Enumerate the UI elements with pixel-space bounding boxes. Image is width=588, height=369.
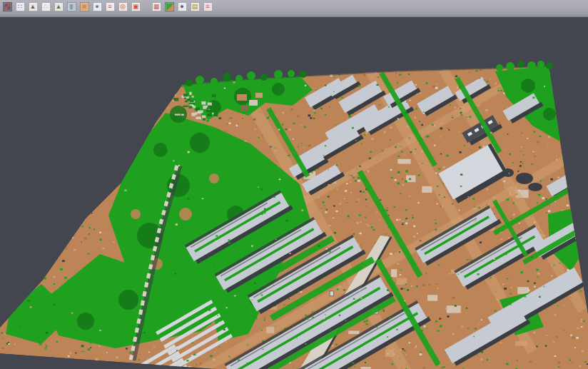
sphere-shading-icon-glyph: ● <box>178 2 187 11</box>
tin-hill-icon-glyph: ▲ <box>29 2 38 11</box>
classification-map-icon[interactable] <box>163 1 175 12</box>
point-cloud-image-icon-glyph: ▞ <box>3 2 12 11</box>
layers-icon[interactable]: ▤ <box>189 1 201 12</box>
globe-icon-glyph: ● <box>93 2 102 11</box>
classification-map-icon-glyph <box>165 2 174 11</box>
terrain-icon[interactable]: ▲ <box>53 1 64 12</box>
cross-section-icon-glyph: ≡ <box>203 2 213 11</box>
target-icon-glyph: ◎ <box>118 2 128 11</box>
cross-section-icon[interactable]: ≡ <box>202 1 213 12</box>
profile-lines-icon[interactable]: ≡ <box>104 1 116 12</box>
tin-hill-icon[interactable]: ▲ <box>27 1 39 12</box>
ortho-image-icon-glyph: ■ <box>80 2 89 11</box>
profile-lines-icon-glyph: ≡ <box>106 2 115 11</box>
viewport-3d[interactable] <box>0 17 588 369</box>
layers-icon-glyph: ▤ <box>191 2 200 11</box>
scatter-points-icon-glyph: ∷ <box>16 2 25 11</box>
application-window: ▞∷▲∴▲▮■●≡◎▣▦●▤≡ <box>0 0 588 369</box>
zoom-extent-icon-glyph: ▣ <box>131 2 141 11</box>
profile-panel-icon-glyph: ▮ <box>67 2 76 11</box>
profile-panel-icon[interactable]: ▮ <box>66 1 77 12</box>
grid-icon-glyph: ▦ <box>152 2 161 11</box>
point-cloud-scene <box>0 17 588 369</box>
point-cloud-image-icon[interactable]: ▞ <box>1 1 13 12</box>
sparse-points-icon[interactable]: ∴ <box>40 1 51 12</box>
zoom-extent-icon[interactable]: ▣ <box>130 1 141 12</box>
sparse-points-icon-glyph: ∴ <box>41 2 51 11</box>
scatter-points-icon[interactable]: ∷ <box>14 1 26 12</box>
toolbar: ▞∷▲∴▲▮■●≡◎▣▦●▤≡ <box>0 0 588 17</box>
ortho-image-icon[interactable]: ■ <box>78 1 90 12</box>
globe-icon[interactable]: ● <box>91 1 103 12</box>
grid-icon[interactable]: ▦ <box>151 1 162 12</box>
target-icon[interactable]: ◎ <box>117 1 128 12</box>
sphere-shading-icon[interactable]: ● <box>176 1 188 12</box>
terrain-icon-glyph: ▲ <box>54 2 64 11</box>
